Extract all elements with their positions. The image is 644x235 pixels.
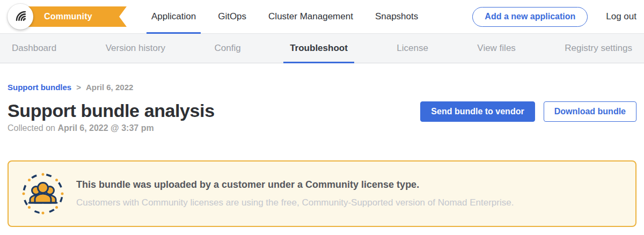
banner-text-block: This bundle was uploaded by a customer u…	[76, 179, 514, 208]
nav-item-snapshots[interactable]: Snapshots	[375, 0, 418, 33]
page-title: Support bundle analysis	[8, 100, 215, 121]
breadcrumb-support-bundles-link[interactable]: Support bundles	[8, 83, 71, 92]
nav-item-gitops[interactable]: GitOps	[218, 0, 246, 33]
app-tab-bar: Dashboard Version history Config Trouble…	[0, 34, 644, 63]
main-content: Support bundles > April 6, 2022 Support …	[0, 63, 644, 227]
nav-item-cluster-management[interactable]: Cluster Management	[268, 0, 353, 33]
tab-troubleshoot[interactable]: Troubleshoot	[290, 34, 348, 63]
collected-timestamp: Collected on April 6, 2022 @ 3:37 pm	[8, 123, 215, 133]
nav-right-group: Add a new application Log out	[472, 7, 636, 27]
app-logo[interactable]	[8, 4, 33, 30]
breadcrumb: Support bundles > April 6, 2022	[8, 83, 636, 92]
nav-item-application[interactable]: Application	[151, 0, 196, 33]
bundle-actions: Send bundle to vendor Download bundle	[420, 101, 636, 122]
page-header-row: Support bundle analysis Collected on Apr…	[8, 100, 636, 133]
collected-prefix: Collected on	[8, 123, 57, 133]
tab-view-files[interactable]: View files	[477, 34, 516, 63]
banner-subtitle: Customers with Community licenses are us…	[76, 197, 514, 208]
tab-registry-settings[interactable]: Registry settings	[565, 34, 632, 63]
add-new-application-button[interactable]: Add a new application	[472, 7, 588, 27]
replicated-logo-icon	[13, 8, 28, 25]
send-bundle-to-vendor-button[interactable]: Send bundle to vendor	[420, 101, 535, 122]
community-license-banner: This bundle was uploaded by a customer u…	[8, 160, 636, 227]
page-title-block: Support bundle analysis Collected on Apr…	[8, 100, 215, 133]
breadcrumb-separator: >	[76, 83, 81, 92]
primary-nav: Application GitOps Cluster Management Sn…	[151, 0, 418, 33]
community-edition-badge: Community Edition	[24, 6, 127, 27]
tab-license[interactable]: License	[397, 34, 428, 63]
banner-title: This bundle was uploaded by a customer u…	[76, 179, 514, 190]
breadcrumb-current: April 6, 2022	[86, 83, 133, 92]
top-navbar: Community Edition Application GitOps Clu…	[0, 0, 644, 34]
log-out-link[interactable]: Log out	[606, 11, 636, 22]
community-people-icon	[21, 172, 64, 215]
collected-date: April 6, 2022 @ 3:37 pm	[57, 123, 153, 133]
tab-version-history[interactable]: Version history	[106, 34, 166, 63]
tab-config[interactable]: Config	[215, 34, 241, 63]
brand: Community Edition	[8, 3, 127, 31]
tab-dashboard[interactable]: Dashboard	[12, 34, 56, 63]
download-bundle-button[interactable]: Download bundle	[544, 101, 636, 122]
